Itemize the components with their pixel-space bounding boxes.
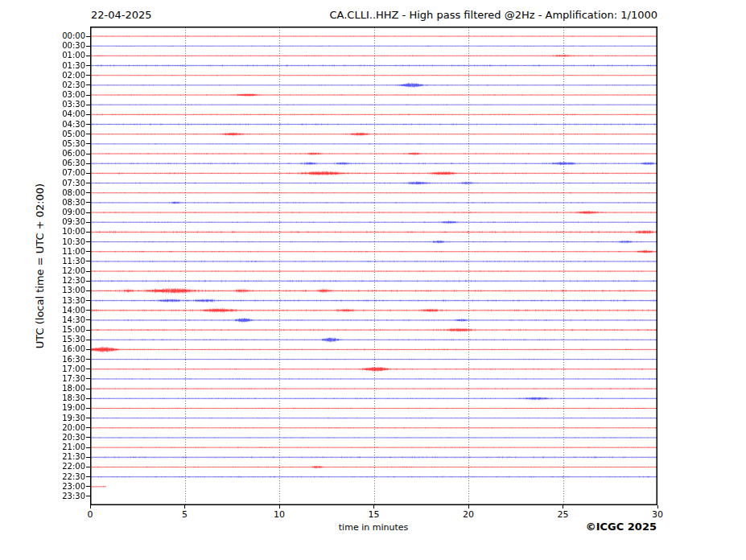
copyright-label: ©ICGC 2025 <box>496 521 657 533</box>
seismogram-canvas <box>90 27 657 505</box>
y-tick-mark <box>86 437 90 438</box>
y-tick-mark <box>86 124 90 125</box>
x-tick-mark <box>563 505 563 509</box>
y-tick-label: 23:00 <box>0 482 85 492</box>
y-tick-label: 22:00 <box>0 462 85 471</box>
y-tick-mark <box>86 95 90 96</box>
x-tick-mark <box>468 505 469 509</box>
y-tick-mark <box>86 251 90 252</box>
y-tick-label: 03:30 <box>0 100 85 109</box>
y-tick-label: 18:00 <box>0 384 85 393</box>
y-tick-mark <box>86 36 90 37</box>
y-tick-mark <box>86 427 90 428</box>
x-tick-label: 30 <box>641 509 674 520</box>
y-tick-label: 12:00 <box>0 266 85 276</box>
y-tick-mark <box>86 378 90 379</box>
y-tick-label: 06:00 <box>0 149 85 159</box>
y-tick-mark <box>86 349 90 350</box>
x-tick-label: 10 <box>263 509 295 520</box>
y-tick-label: 16:00 <box>0 344 85 354</box>
y-tick-label: 14:00 <box>0 306 85 315</box>
y-tick-label: 04:00 <box>0 109 85 119</box>
y-tick-mark <box>86 143 90 144</box>
y-tick-label: 21:00 <box>0 443 85 452</box>
y-tick-mark <box>86 486 90 487</box>
x-tick-mark <box>184 505 185 509</box>
helicorder-figure: 22-04-2025 CA.CLLI..HHZ - High pass filt… <box>0 0 746 560</box>
x-tick-label: 0 <box>74 509 106 520</box>
y-tick-label: 22:30 <box>0 472 85 482</box>
plot-area <box>90 27 657 505</box>
x-tick-label: 20 <box>452 509 484 520</box>
x-tick-mark <box>657 505 658 509</box>
y-tick-label: 13:00 <box>0 286 85 295</box>
y-tick-label: 01:00 <box>0 51 85 60</box>
y-tick-mark <box>86 408 90 409</box>
x-tick-label: 15 <box>358 509 390 520</box>
y-tick-mark <box>86 46 90 47</box>
y-tick-mark <box>86 241 90 242</box>
y-tick-mark <box>86 447 90 448</box>
y-tick-mark <box>86 340 90 340</box>
y-tick-label: 12:30 <box>0 276 85 286</box>
y-tick-label: 00:00 <box>0 31 85 41</box>
y-tick-label: 07:00 <box>0 168 85 178</box>
y-tick-mark <box>86 192 90 193</box>
y-tick-mark <box>86 496 90 496</box>
y-tick-label: 19:30 <box>0 414 85 423</box>
y-tick-label: 20:30 <box>0 433 85 443</box>
y-tick-mark <box>86 163 90 164</box>
y-tick-mark <box>86 319 90 320</box>
y-tick-mark <box>86 271 90 272</box>
y-tick-mark <box>86 173 90 174</box>
y-tick-mark <box>86 202 90 203</box>
y-tick-label: 13:30 <box>0 296 85 306</box>
y-tick-label: 04:30 <box>0 120 85 130</box>
y-tick-label: 23:30 <box>0 492 85 501</box>
y-tick-mark <box>86 84 90 85</box>
y-tick-mark <box>86 232 90 233</box>
y-tick-mark <box>86 467 90 467</box>
y-tick-label: 05:30 <box>0 139 85 149</box>
y-tick-mark <box>86 105 90 105</box>
y-tick-mark <box>86 134 90 134</box>
x-tick-mark <box>90 505 91 509</box>
x-tick-label: 5 <box>169 509 201 520</box>
x-tick-mark <box>373 505 374 509</box>
y-tick-label: 17:00 <box>0 364 85 374</box>
y-tick-label: 14:30 <box>0 315 85 325</box>
y-tick-label: 09:30 <box>0 217 85 227</box>
plot-title: CA.CLLI..HHZ - High pass filtered @2Hz -… <box>329 9 657 21</box>
y-tick-mark <box>86 75 90 76</box>
y-tick-label: 00:30 <box>0 41 85 51</box>
y-tick-label: 02:30 <box>0 80 85 90</box>
y-tick-mark <box>86 114 90 115</box>
y-tick-label: 07:30 <box>0 179 85 188</box>
y-tick-mark <box>86 281 90 282</box>
y-tick-label: 03:00 <box>0 90 85 100</box>
date-label: 22-04-2025 <box>91 9 152 21</box>
y-tick-label: 21:30 <box>0 452 85 462</box>
y-tick-label: 02:00 <box>0 71 85 80</box>
y-tick-mark <box>86 56 90 56</box>
y-tick-label: 19:00 <box>0 403 85 413</box>
y-tick-label: 08:30 <box>0 198 85 208</box>
y-tick-mark <box>86 261 90 261</box>
y-tick-label: 10:00 <box>0 227 85 237</box>
y-tick-label: 11:00 <box>0 247 85 257</box>
y-tick-label: 11:30 <box>0 257 85 266</box>
y-tick-mark <box>86 154 90 154</box>
y-tick-mark <box>86 418 90 418</box>
y-tick-mark <box>86 330 90 331</box>
x-axis-title: time in minutes <box>293 522 454 533</box>
y-tick-mark <box>86 310 90 311</box>
y-tick-mark <box>86 457 90 458</box>
y-tick-label: 15:30 <box>0 335 85 344</box>
y-tick-label: 18:30 <box>0 393 85 403</box>
y-tick-mark <box>86 222 90 223</box>
y-tick-mark <box>86 183 90 183</box>
y-tick-mark <box>86 359 90 360</box>
y-tick-label: 08:00 <box>0 188 85 198</box>
y-tick-mark <box>86 369 90 369</box>
y-tick-mark <box>86 290 90 291</box>
